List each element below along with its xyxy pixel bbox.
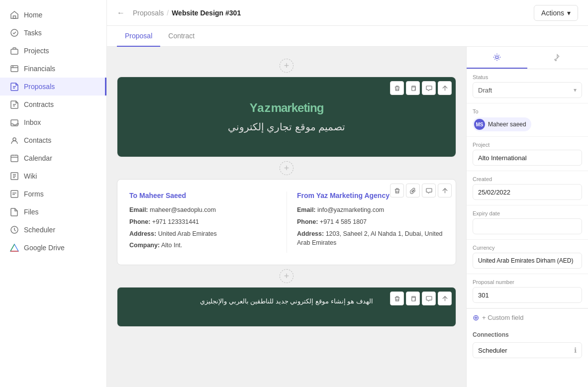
add-block-bottom[interactable]: +: [117, 265, 456, 287]
currency-field: Currency United Arab Emirates Dirham (AE…: [467, 240, 588, 274]
sidebar-item-home[interactable]: Home: [0, 6, 106, 24]
expiry-value[interactable]: [473, 218, 582, 234]
sidebar-item-contracts[interactable]: Contracts: [0, 96, 106, 113]
actions-button[interactable]: Actions ▾: [534, 5, 578, 21]
info-to-phone: Phone: +971 123331441: [129, 217, 287, 227]
svg-point-15: [556, 60, 557, 61]
sidebar-item-financials[interactable]: Financials: [0, 60, 106, 78]
sidebar-item-proposals[interactable]: Proposals: [0, 78, 106, 96]
right-panel: Status Draft ▾ To MS Maheer saeed Proj: [466, 47, 588, 387]
add-block-middle[interactable]: +: [117, 157, 456, 179]
forms-icon: [10, 190, 19, 198]
sidebar-item-forms[interactable]: Forms: [0, 185, 106, 203]
panel-tab-settings[interactable]: [467, 47, 527, 69]
sidebar-item-scheduler[interactable]: Scheduler: [0, 221, 106, 239]
inbox-icon: [10, 118, 19, 127]
move-bottom-btn[interactable]: [438, 291, 452, 305]
add-circle-middle[interactable]: +: [280, 161, 294, 175]
move-info-btn[interactable]: [438, 184, 452, 197]
status-chevron-icon: ▾: [574, 87, 577, 94]
content-wrapper: +: [107, 47, 588, 387]
add-custom-field-btn[interactable]: ⊕ + Custom field: [467, 308, 588, 326]
sidebar-item-tasks[interactable]: Tasks: [0, 24, 106, 42]
sidebar-item-scheduler-label: Scheduler: [24, 226, 55, 234]
connections-label: Connections: [473, 331, 582, 338]
delete-block-btn[interactable]: [390, 81, 404, 95]
sidebar-item-files-label: Files: [24, 208, 39, 216]
to-avatar: MS: [474, 119, 485, 130]
scheduler-field[interactable]: Scheduler ℹ: [473, 342, 582, 358]
sidebar-item-contracts-label: Contracts: [24, 100, 54, 108]
breadcrumb-proposals[interactable]: Proposals: [133, 9, 164, 17]
breadcrumb: Proposals / Website Design #301: [133, 9, 241, 17]
sidebar-item-inbox[interactable]: Inbox: [0, 113, 106, 131]
sidebar-item-home-label: Home: [24, 11, 42, 19]
project-value[interactable]: Alto International: [473, 150, 582, 166]
copy-block-btn[interactable]: [406, 81, 420, 95]
tab-contract[interactable]: Contract: [160, 26, 202, 47]
svg-line-10: [10, 244, 14, 251]
scheduler-label: Scheduler: [478, 347, 507, 354]
sidebar-item-calendar[interactable]: Calendar: [0, 149, 106, 167]
created-value[interactable]: 25/02/2022: [473, 184, 582, 200]
bottom-block-text: الهدف هو إنشاء موقع إلكتروني جديد للناطق…: [200, 297, 373, 305]
info-from-email: Email: info@yazmarketing.com: [297, 205, 444, 215]
sidebar-item-wiki[interactable]: Wiki: [0, 167, 106, 185]
to-field: To MS Maheer saeed: [467, 103, 588, 137]
sidebar-item-inbox-label: Inbox: [24, 118, 41, 126]
project-field: Project Alto International: [467, 137, 588, 171]
banner-logo-main: Yaz: [250, 101, 271, 114]
to-label: To: [473, 108, 582, 114]
proposal-number-value[interactable]: 301: [473, 287, 582, 303]
svg-marker-9: [10, 244, 18, 251]
copy-bottom-btn[interactable]: [406, 291, 420, 305]
sidebar-item-contacts-label: Contacts: [24, 136, 51, 144]
sidebar-item-forms-label: Forms: [24, 190, 44, 198]
sidebar-item-wiki-label: Wiki: [24, 172, 37, 180]
proposal-number-label: Proposal number: [473, 279, 582, 285]
created-field: Created 25/02/2022: [467, 171, 588, 205]
sidebar-item-contacts[interactable]: Contacts: [0, 131, 106, 149]
status-value[interactable]: Draft ▾: [473, 82, 582, 98]
comment-bottom-btn[interactable]: [422, 291, 436, 305]
svg-rect-13: [411, 297, 415, 300]
plus-icon: ⊕: [473, 313, 479, 322]
connections-section: Connections Scheduler ℹ: [467, 326, 588, 363]
sidebar-item-proposals-label: Proposals: [24, 83, 55, 91]
to-avatar-tag[interactable]: MS Maheer saeed: [473, 117, 582, 131]
info-to-email: Email: maheer@saedoplu.com: [129, 205, 287, 215]
to-person-tag[interactable]: MS Maheer saeed: [473, 117, 531, 131]
tab-proposal[interactable]: Proposal: [117, 26, 160, 47]
move-block-btn[interactable]: [438, 81, 452, 95]
svg-rect-6: [11, 155, 18, 162]
panel-tab-paint[interactable]: [527, 47, 588, 69]
sidebar-item-files[interactable]: Files: [0, 203, 106, 221]
svg-point-5: [13, 138, 16, 141]
sidebar-item-google-drive[interactable]: Google Drive: [0, 239, 106, 257]
comment-info-btn[interactable]: [422, 184, 436, 197]
google-drive-icon: [10, 243, 19, 252]
delete-bottom-btn[interactable]: [390, 291, 404, 305]
banner-logo: Yazmarketing: [228, 101, 346, 115]
breadcrumb-separator: /: [167, 9, 169, 17]
info-from-address: Address: 1203, Saheel 2, Al Nahda 1, Dub…: [297, 229, 444, 248]
actions-chevron-icon: ▾: [567, 9, 571, 17]
add-circle-top[interactable]: +: [280, 59, 294, 73]
sidebar-item-projects[interactable]: Projects: [0, 42, 106, 60]
check-icon: [10, 28, 19, 37]
sidebar-item-financials-label: Financials: [24, 65, 55, 73]
status-draft: Draft: [478, 87, 492, 94]
add-block-top[interactable]: +: [117, 55, 456, 77]
files-icon: [10, 207, 19, 216]
delete-info-btn[interactable]: [390, 184, 404, 197]
back-button[interactable]: ←: [117, 8, 125, 17]
panel-tabs: [467, 47, 588, 69]
attach-info-btn[interactable]: [406, 184, 420, 197]
add-circle-bottom[interactable]: +: [280, 269, 294, 283]
banner-subtitle: تصميم موقع تجاري إلكتروني: [228, 121, 346, 133]
topbar: ← Proposals / Website Design #301 Action…: [107, 0, 588, 26]
info-from-phone: Phone: +971 4 585 1807: [297, 217, 444, 227]
currency-value[interactable]: United Arab Emirates Dirham (AED): [473, 253, 582, 269]
comment-block-btn[interactable]: [422, 81, 436, 95]
svg-point-14: [495, 56, 498, 58]
